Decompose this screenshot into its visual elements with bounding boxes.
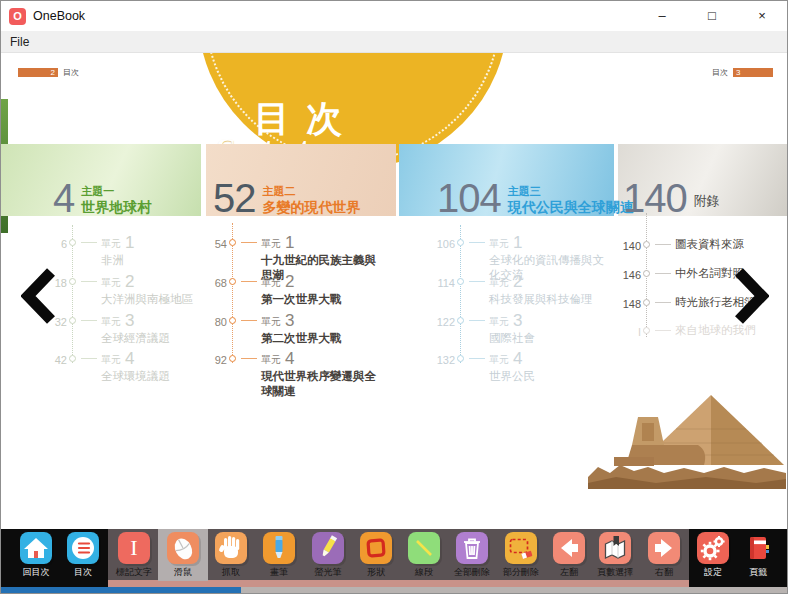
tool-page-right[interactable]: 右翻 <box>640 532 688 577</box>
leader-dash <box>469 242 485 243</box>
item-page: 6 <box>39 237 67 251</box>
tool-line[interactable]: 線段 <box>400 532 448 577</box>
maximize-button[interactable]: □ <box>687 1 737 31</box>
toc-item[interactable]: 68 單元2 第一次世界大戰 <box>199 276 389 314</box>
bullet-circle-icon <box>69 317 76 324</box>
item-page: 80 <box>199 315 227 329</box>
leader-dash <box>469 281 485 282</box>
book-page: 2 目次 目次 3 目次 Contents 4 主題一 世界地球村 52 主題二 <box>1 53 788 531</box>
tool-toc[interactable]: 目次 <box>59 532 107 577</box>
unit-title: 世界公民 <box>489 369 607 384</box>
book-tab-icon <box>742 532 774 564</box>
unit-title: 科技發展與科技倫理 <box>489 292 607 307</box>
unit-title: 第一次世界大戰 <box>261 292 379 307</box>
file-menu[interactable]: File <box>1 31 38 53</box>
os-taskbar-strip <box>1 587 788 593</box>
text-mark-icon: I <box>118 532 150 564</box>
previous-page-arrow[interactable] <box>21 267 55 325</box>
right-page-marker: 目次 3 <box>712 67 773 78</box>
bullet-circle-icon <box>229 317 236 324</box>
item-page: 68 <box>199 276 227 290</box>
right-page-number: 3 <box>733 68 773 77</box>
tool-delete-partial[interactable]: 部分刪除 <box>497 532 545 577</box>
leader-dash <box>469 320 485 321</box>
item-page: 42 <box>39 353 67 367</box>
unit-number: 2 <box>125 274 134 290</box>
tool-bar: 回目次 目次 I 標記文字 滑鼠 抓取 <box>1 529 788 587</box>
unit-number: 4 <box>513 351 522 367</box>
unit-word: 單元 <box>261 237 281 251</box>
appendix-item-title: 來自地球的我們 <box>675 323 788 337</box>
page-turn-left-icon <box>553 532 585 564</box>
toc-item[interactable]: 132 單元4 世界公民 <box>427 353 617 391</box>
tool-delete-all[interactable]: 全部刪除 <box>448 532 496 577</box>
leader-dash <box>81 320 97 321</box>
item-page: 114 <box>427 276 455 290</box>
toolbar-bottom-strip <box>108 580 689 587</box>
leader-dash <box>469 358 485 359</box>
toc-item[interactable]: 80 單元3 第二次世界大戰 <box>199 315 389 353</box>
unit-word: 單元 <box>101 237 121 251</box>
tool-page-left[interactable]: 左翻 <box>545 532 593 577</box>
tool-pen[interactable]: 畫筆 <box>255 532 303 577</box>
tool-grab[interactable]: 抓取 <box>207 532 255 577</box>
bullet-circle-icon <box>229 278 236 285</box>
tool-settings[interactable]: 設定 <box>689 532 737 577</box>
onebook-window: O OneBook – □ × File 2 目次 目次 3 目次 Conten… <box>0 0 788 594</box>
bullet-circle-icon <box>457 239 464 246</box>
next-page-arrow[interactable] <box>735 267 769 325</box>
toc-list-icon <box>67 532 99 564</box>
appendix-title: 附錄 <box>694 193 720 216</box>
appendix-header[interactable]: 140 附錄 <box>623 180 720 217</box>
tool-home[interactable]: 回目次 <box>12 532 60 577</box>
bullet-circle-icon <box>643 327 650 334</box>
close-button[interactable]: × <box>737 1 787 31</box>
toc-item[interactable]: 106 單元1 全球化的資訊傳播與文化交流 <box>427 237 617 275</box>
bullet-circle-icon <box>69 278 76 285</box>
toc-item[interactable]: 122 單元3 國際社會 <box>427 315 617 353</box>
bullet-circle-icon <box>229 239 236 246</box>
minimize-button[interactable]: – <box>637 1 687 31</box>
item-page: 106 <box>427 237 455 251</box>
unit-title: 現代世界秩序變遷與全球關連 <box>261 369 379 399</box>
leader-dash <box>655 244 671 245</box>
bullet-circle-icon <box>457 317 464 324</box>
right-page-label: 目次 <box>712 67 728 78</box>
unit-word: 單元 <box>101 276 121 290</box>
toc-item[interactable]: I 來自地球的我們 <box>613 325 788 363</box>
unit-word: 單元 <box>261 353 281 367</box>
tool-page-picker[interactable]: 頁數選擇 <box>591 532 639 577</box>
theme3-page-number: 104 <box>437 180 501 217</box>
theme1-header[interactable]: 4 主題一 世界地球村 <box>53 180 151 217</box>
item-page: 132 <box>427 353 455 367</box>
tool-bookmark[interactable]: 頁籤 <box>734 532 782 577</box>
theme3-header[interactable]: 104 主題三 現代公民與全球關連 <box>437 180 634 217</box>
mouse-icon <box>167 532 199 564</box>
toc-item[interactable]: 54 單元1 十九世紀的民族主義與思潮 <box>199 237 389 275</box>
window-title: OneBook <box>33 9 85 23</box>
tool-shape[interactable]: 形狀 <box>352 532 400 577</box>
leader-dash <box>655 330 671 331</box>
tool-mark-text[interactable]: I 標記文字 <box>110 532 158 577</box>
bullet-circle-icon <box>457 278 464 285</box>
tool-highlighter[interactable]: 螢光筆 <box>304 532 352 577</box>
theme2-header[interactable]: 52 主題二 多變的現代世界 <box>213 180 361 217</box>
unit-number: 1 <box>125 235 134 251</box>
leader-dash <box>655 273 671 274</box>
item-page: 148 <box>613 297 641 311</box>
theme2-label: 主題二 <box>263 185 361 199</box>
bullet-circle-icon <box>643 299 650 306</box>
unit-number: 1 <box>513 235 522 251</box>
tool-mouse[interactable]: 滑鼠 <box>159 532 207 577</box>
unit-title: 第二次世界大戰 <box>261 331 379 346</box>
leader-dash <box>655 302 671 303</box>
os-taskbar-left <box>1 587 241 593</box>
toc-item[interactable]: 114 單元2 科技發展與科技倫理 <box>427 276 617 314</box>
leader-dash <box>241 358 257 359</box>
toc-item[interactable]: 92 單元4 現代世界秩序變遷與全球關連 <box>199 353 389 391</box>
item-page: I <box>613 325 641 339</box>
unit-number: 3 <box>285 313 294 329</box>
left-page-number: 2 <box>18 68 58 77</box>
sphinx-pyramid-image <box>586 389 788 491</box>
appendix-page-number: 140 <box>623 180 687 217</box>
